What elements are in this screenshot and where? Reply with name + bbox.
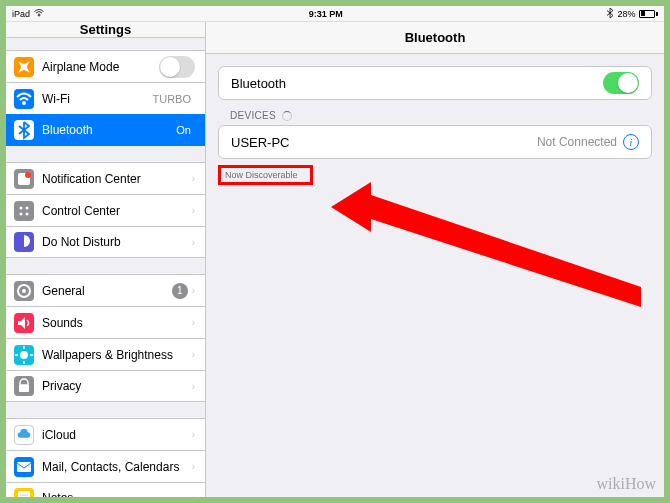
status-right: 28% (607, 8, 658, 20)
chevron-right-icon: › (192, 493, 195, 498)
mail-icon (14, 457, 34, 477)
sidebar-item-control[interactable]: Control Center› (6, 194, 205, 226)
detail-body: Bluetooth DEVICES USER-PC Not Connected … (206, 54, 664, 497)
sidebar-item-label: Airplane Mode (42, 60, 159, 74)
device-info-icon[interactable]: i (623, 134, 639, 150)
discoverable-highlight: Now Discoverable (218, 165, 313, 185)
privacy-icon (14, 376, 34, 396)
airplane-icon (14, 57, 34, 77)
devices-section-header: DEVICES (218, 100, 652, 125)
sidebar-item-label: Sounds (42, 316, 192, 330)
sidebar-item-privacy[interactable]: Privacy› (6, 370, 205, 402)
sidebar-item-label: Wallpapers & Brightness (42, 348, 192, 362)
chevron-right-icon: › (192, 237, 195, 248)
bluetooth-toggle[interactable] (603, 72, 639, 94)
watermark: wikiHow (596, 475, 656, 493)
sidebar-item-label: General (42, 284, 172, 298)
sidebar-item-label: Do Not Disturb (42, 235, 192, 249)
svg-rect-13 (19, 385, 29, 392)
sidebar-item-wifi[interactable]: Wi-FiTURBO (6, 82, 205, 114)
chevron-right-icon: › (192, 381, 195, 392)
sidebar-item-label: Bluetooth (42, 123, 176, 137)
sidebar-item-mail[interactable]: Mail, Contacts, Calendars› (6, 450, 205, 482)
chevron-right-icon: › (192, 429, 195, 440)
general-icon (14, 281, 34, 301)
status-bar: iPad 9:31 PM 28% (6, 6, 664, 22)
sidebar-item-icloud[interactable]: iCloud› (6, 418, 205, 450)
sidebar-item-label: Notes (42, 491, 192, 497)
detail-pane: Bluetooth Bluetooth DEVICES USER-PC Not … (206, 22, 664, 497)
sidebar-item-dnd[interactable]: Do Not Disturb› (6, 226, 205, 258)
svg-point-4 (20, 212, 23, 215)
bluetooth-status-icon (607, 8, 613, 20)
notes-icon (14, 488, 34, 497)
chevron-right-icon: › (192, 285, 195, 296)
battery-icon (639, 10, 658, 18)
sidebar-item-label: Wi-Fi (42, 92, 153, 106)
scanning-spinner-icon (282, 111, 292, 121)
sidebar-item-brightness[interactable]: Wallpapers & Brightness› (6, 338, 205, 370)
battery-pct: 28% (617, 9, 635, 19)
sidebar-item-label: iCloud (42, 428, 192, 442)
carrier-label: iPad (12, 9, 30, 19)
sidebar-item-airplane[interactable]: Airplane Mode (6, 50, 205, 82)
status-left: iPad (12, 9, 44, 19)
dnd-icon (14, 232, 34, 252)
sidebar-header: Settings (6, 22, 205, 38)
sidebar-item-label: Mail, Contacts, Calendars (42, 460, 192, 474)
svg-rect-15 (18, 491, 30, 497)
bluetooth-toggle-row[interactable]: Bluetooth (218, 66, 652, 100)
wifi-icon (14, 89, 34, 109)
sidebar: Settings Airplane ModeWi-FiTURBOBluetoot… (6, 22, 206, 497)
svg-marker-18 (331, 182, 641, 307)
svg-point-8 (20, 351, 28, 359)
sidebar-item-value: TURBO (153, 93, 192, 105)
chevron-right-icon: › (192, 349, 195, 360)
svg-rect-14 (17, 462, 31, 472)
sidebar-item-label: Notification Center (42, 172, 192, 186)
device-status: Not Connected (537, 135, 617, 149)
sidebar-item-label: Privacy (42, 379, 192, 393)
svg-point-3 (26, 206, 29, 209)
svg-point-7 (22, 289, 26, 293)
sidebar-title: Settings (80, 22, 131, 37)
device-frame: iPad 9:31 PM 28% Settings Airplane ModeW… (6, 6, 664, 497)
sounds-icon (14, 313, 34, 333)
wifi-icon (34, 9, 44, 19)
bluetooth-toggle-label: Bluetooth (231, 76, 603, 91)
device-row[interactable]: USER-PC Not Connected i (218, 125, 652, 159)
chevron-right-icon: › (192, 317, 195, 328)
detail-title: Bluetooth (405, 30, 466, 45)
sidebar-item-sounds[interactable]: Sounds› (6, 306, 205, 338)
notification-icon (14, 169, 34, 189)
icloud-icon (14, 425, 34, 445)
svg-point-1 (25, 172, 31, 178)
sidebar-item-general[interactable]: General1› (6, 274, 205, 306)
sidebar-item-bluetooth[interactable]: BluetoothOn (6, 114, 205, 146)
sidebar-item-value: On (176, 124, 191, 136)
annotation-arrow (331, 182, 651, 312)
svg-point-5 (26, 212, 29, 215)
main-split: Settings Airplane ModeWi-FiTURBOBluetoot… (6, 22, 664, 497)
chevron-right-icon: › (192, 173, 195, 184)
sidebar-item-notification[interactable]: Notification Center› (6, 162, 205, 194)
airplane-toggle[interactable] (159, 56, 195, 78)
sidebar-item-label: Control Center (42, 204, 192, 218)
status-time: 9:31 PM (309, 9, 343, 19)
control-icon (14, 201, 34, 221)
chevron-right-icon: › (192, 461, 195, 472)
device-name: USER-PC (231, 135, 537, 150)
chevron-right-icon: › (192, 205, 195, 216)
sidebar-item-notes[interactable]: Notes› (6, 482, 205, 497)
discoverable-label: Now Discoverable (225, 170, 298, 180)
detail-header: Bluetooth (206, 22, 664, 54)
bluetooth-icon (14, 120, 34, 140)
brightness-icon (14, 345, 34, 365)
svg-point-2 (20, 206, 23, 209)
badge: 1 (172, 283, 188, 299)
